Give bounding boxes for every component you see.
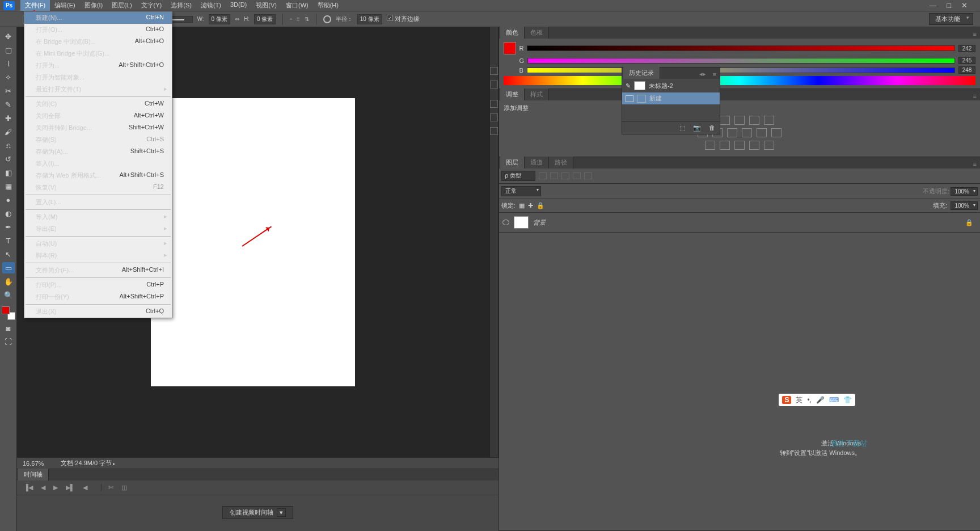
dock-icon-5[interactable] xyxy=(490,127,498,135)
file-menu-文件简介(F)...[interactable]: 文件简介(F)...Alt+Shift+Ctrl+I xyxy=(24,264,172,276)
file-menu-置入(L)...[interactable]: 置入(L)... xyxy=(24,196,172,208)
blend-mode-dropdown[interactable]: 正常 xyxy=(501,186,541,196)
screenmode-tool[interactable]: ⛶ xyxy=(2,336,15,347)
filter-text-icon[interactable] xyxy=(561,172,569,179)
dock-icon-2[interactable] xyxy=(490,81,498,88)
fill-field[interactable]: 100% xyxy=(951,201,978,210)
opacity-field[interactable]: 100% xyxy=(951,187,978,196)
path-ops-icon[interactable]: ▫ xyxy=(290,16,292,22)
lock-position-icon[interactable]: ✚ xyxy=(528,202,533,209)
canvas[interactable] xyxy=(151,98,355,386)
adj-poster-icon[interactable] xyxy=(720,141,730,150)
eyedropper-tool[interactable]: ✎ xyxy=(2,99,15,110)
align-icon[interactable]: ≡ xyxy=(297,16,300,22)
healing-tool[interactable]: ✚ xyxy=(2,112,15,124)
file-menu-打开为...[interactable]: 打开为...Alt+Shift+Ctrl+O xyxy=(24,60,172,71)
pen-tool[interactable]: ✒ xyxy=(2,221,15,233)
paths-tab[interactable]: 路径 xyxy=(549,157,573,168)
text-tool[interactable]: T xyxy=(2,235,15,246)
move-tool[interactable]: ✥ xyxy=(2,31,15,42)
crop-tool[interactable]: ✂ xyxy=(2,85,15,96)
tl-last-icon[interactable]: ◀ xyxy=(83,484,87,491)
styles-tab[interactable]: 样式 xyxy=(525,88,549,100)
file-menu-打印(P)...[interactable]: 打印(P)...Ctrl+P xyxy=(24,279,172,291)
menu-编辑(E)[interactable]: 编辑(E) xyxy=(50,0,80,11)
layers-tab[interactable]: 图层 xyxy=(500,157,525,168)
layer-filter-kind[interactable]: ρ 类型 xyxy=(501,171,535,181)
panel-menu-icon[interactable]: ≡ xyxy=(709,70,720,79)
adj-lookup-icon[interactable] xyxy=(771,128,782,137)
file-menu-退出(X)[interactable]: 退出(X)Ctrl+Q xyxy=(24,306,172,318)
file-menu-打开(O)...[interactable]: 打开(O)...Ctrl+O xyxy=(24,24,172,36)
history-step-new[interactable]: 新建 xyxy=(622,92,720,104)
color-r-value[interactable]: 242 xyxy=(958,45,975,52)
menu-滤镜(T)[interactable]: 滤镜(T) xyxy=(196,0,226,11)
tl-transition-icon[interactable]: ◫ xyxy=(121,484,127,491)
file-menu-导出(E)[interactable]: 导出(E) xyxy=(24,223,172,235)
file-menu-自动(U)[interactable]: 自动(U) xyxy=(24,238,172,250)
history-tab[interactable]: 历史记录 xyxy=(623,67,660,79)
file-menu-脚本(R)[interactable]: 脚本(R) xyxy=(24,250,172,262)
height-field[interactable]: 0 像素 xyxy=(254,14,276,24)
channels-tab[interactable]: 通道 xyxy=(525,157,549,168)
ime-punct-icon[interactable]: •, xyxy=(807,396,812,404)
swatches-tab[interactable]: 色板 xyxy=(525,27,549,39)
history-brush-source-icon[interactable]: ✎ xyxy=(626,82,631,90)
arrange-icon[interactable]: ⇅ xyxy=(305,16,309,22)
ime-mic-icon[interactable]: 🎤 xyxy=(816,396,825,404)
adj-invert-icon[interactable] xyxy=(705,141,715,150)
tl-prev-icon[interactable]: ◀ xyxy=(41,484,45,491)
dock-icon-1[interactable] xyxy=(490,67,498,75)
panel-menu-icon[interactable]: ≡ xyxy=(970,159,980,168)
adj-exposure-icon[interactable] xyxy=(749,116,759,125)
lock-all-icon[interactable]: 🔒 xyxy=(537,202,544,209)
adj-curves-icon[interactable] xyxy=(734,116,745,125)
color-g-value[interactable]: 245 xyxy=(958,57,975,64)
align-edges-checkbox[interactable]: 对齐边缘 xyxy=(387,15,420,23)
color-tab[interactable]: 颜色 xyxy=(500,27,525,39)
file-menu-关闭全部[interactable]: 关闭全部Alt+Ctrl+W xyxy=(24,110,172,122)
dodge-tool[interactable]: ◐ xyxy=(2,208,15,219)
width-field[interactable]: 0 像素 xyxy=(209,14,230,24)
adj-gradmap-icon[interactable] xyxy=(749,141,759,150)
doc-info[interactable]: 文档:24.9M/0 字节 xyxy=(61,459,115,467)
marquee-tool[interactable]: ▢ xyxy=(2,44,15,56)
history-camera-icon[interactable]: 📷 xyxy=(693,124,701,132)
close-button[interactable]: ✕ xyxy=(961,1,968,10)
path-select-tool[interactable]: ↖ xyxy=(2,248,15,260)
zoom-tool[interactable]: 🔍 xyxy=(2,289,15,301)
menu-图层(L)[interactable]: 图层(L) xyxy=(107,0,136,11)
file-menu-在 Bridge 中浏览(B)...[interactable]: 在 Bridge 中浏览(B)...Alt+Ctrl+O xyxy=(24,36,172,48)
radius-field[interactable]: 10 像素 xyxy=(357,14,382,24)
file-menu-新建(N)...[interactable]: 新建(N)...Ctrl+N xyxy=(24,12,172,24)
lock-pixels-icon[interactable]: ▦ xyxy=(519,202,525,209)
color-g-slider[interactable] xyxy=(527,58,955,64)
menu-3D(D)[interactable]: 3D(D) xyxy=(226,0,251,11)
tl-first-icon[interactable]: ▐◀ xyxy=(24,484,33,491)
filter-shape-icon[interactable] xyxy=(573,172,581,179)
adjustments-tab[interactable]: 调整 xyxy=(500,88,525,100)
file-menu-关闭并转到 Bridge...[interactable]: 关闭并转到 Bridge...Shift+Ctrl+W xyxy=(24,122,172,134)
wand-tool[interactable]: ✧ xyxy=(2,71,15,83)
hand-tool[interactable]: ✋ xyxy=(2,276,15,287)
layer-thumb[interactable] xyxy=(514,216,529,229)
history-trash-icon[interactable]: 🗑 xyxy=(709,124,715,132)
menu-文字(Y)[interactable]: 文字(Y) xyxy=(137,0,167,11)
menu-图像(I)[interactable]: 图像(I) xyxy=(80,0,107,11)
history-doc-row[interactable]: ✎ 未标题-2 xyxy=(622,79,720,92)
workspace-dropdown[interactable]: 基本功能 xyxy=(929,13,973,25)
tl-play-icon[interactable]: ▶ xyxy=(53,484,58,491)
link-wh-icon[interactable]: ⇔ xyxy=(235,16,239,22)
adj-levels-icon[interactable] xyxy=(720,116,730,125)
create-video-timeline-button[interactable]: 创建视频时间轴▾ xyxy=(222,506,293,519)
visibility-eye-icon[interactable] xyxy=(502,220,509,225)
color-swatches[interactable] xyxy=(2,306,15,320)
menu-选择(S)[interactable]: 选择(S) xyxy=(166,0,196,11)
menu-窗口(W)[interactable]: 窗口(W) xyxy=(281,0,313,11)
adj-photo-icon[interactable] xyxy=(742,128,752,137)
shape-tool[interactable]: ▭ xyxy=(2,262,15,273)
history-new-snap-icon[interactable]: ⬚ xyxy=(679,124,685,132)
file-menu-打开为智能对象...[interactable]: 打开为智能对象... xyxy=(24,71,172,83)
adj-vibrance-icon[interactable] xyxy=(764,116,774,125)
file-menu-最近打开文件(T)[interactable]: 最近打开文件(T) xyxy=(24,83,172,95)
